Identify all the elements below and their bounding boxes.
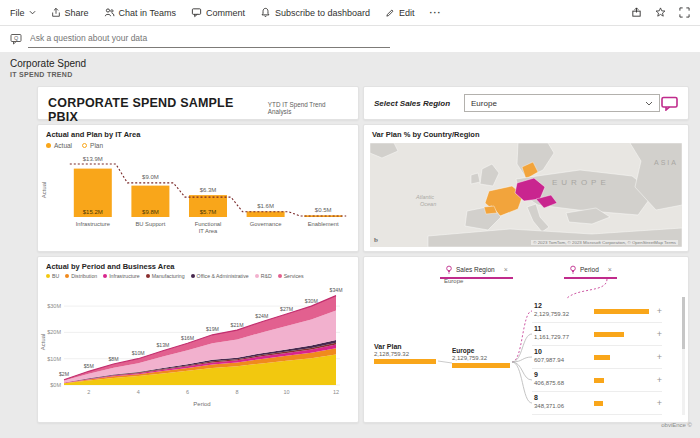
dashboard-canvas: Corporate Spend IT SPEND TREND CORPORATE…	[0, 52, 700, 438]
export-icon	[631, 7, 642, 18]
tile-sales-region-slicer: Select Sales Region Europe	[363, 86, 689, 120]
expand-node-button[interactable]: +	[657, 329, 662, 339]
decomp-root-node[interactable]: Var Plan 2,128,759.32	[374, 343, 438, 364]
expand-node-button[interactable]: +	[657, 306, 662, 316]
chat-in-teams-label: Chat in Teams	[119, 8, 176, 18]
svg-text:$21M: $21M	[231, 322, 244, 328]
map-label-ocean-1: Atlantic	[415, 194, 434, 200]
map-label-asia: ASIA	[654, 159, 678, 166]
decomp-node-period-11[interactable]: 111,161,729.77+	[532, 324, 662, 346]
report-title: CORPORATE SPEND SAMPLE PBIX	[48, 96, 261, 124]
legend-item[interactable]: R&D	[255, 273, 272, 279]
expand-node-button[interactable]: +	[657, 398, 662, 408]
decomp-node-period-12[interactable]: 122,129,759.32+	[532, 301, 662, 323]
svg-text:Period: Period	[193, 401, 210, 407]
svg-text:$6.3M: $6.3M	[200, 187, 217, 193]
expand-node-button[interactable]: +	[657, 352, 662, 362]
chart-title: Actual and Plan by IT Area	[46, 130, 140, 139]
svg-text:$24M: $24M	[255, 313, 268, 319]
decomp-filter-sales-region[interactable]: Sales Region ×	[440, 263, 513, 279]
chat-in-teams-button[interactable]: Chat in Teams	[104, 7, 176, 18]
more-options-button[interactable]: ···	[430, 8, 442, 18]
svg-text:$8M: $8M	[108, 356, 118, 362]
svg-text:6: 6	[186, 389, 189, 395]
legend-item[interactable]: Services	[278, 273, 304, 279]
expand-node-button[interactable]: +	[657, 375, 662, 385]
report-subtitle: YTD IT Spend Trend Analysis	[268, 101, 348, 115]
map-title: Var Plan % by Country/Region	[372, 130, 480, 139]
qna-input[interactable]	[28, 31, 390, 48]
toolbar-right-icons	[631, 7, 690, 18]
svg-text:$19M: $19M	[206, 326, 219, 332]
bing-logo: b	[374, 236, 378, 244]
y-axis-label: Actual	[41, 170, 47, 210]
svg-text:Infrastructure: Infrastructure	[76, 221, 110, 227]
root-label: Var Plan	[374, 343, 438, 350]
decomp-scrollbar[interactable]	[682, 297, 685, 415]
scrollbar-thumb[interactable]	[682, 297, 685, 349]
export-button[interactable]	[631, 7, 642, 18]
share-icon	[51, 7, 61, 18]
map-canvas[interactable]: EUROPE ASIA Atlantic Ocean b © 2023 TomT…	[370, 143, 682, 247]
file-menu[interactable]: File	[10, 8, 36, 18]
tile-var-plan-map: Var Plan % by Country/Region EUROPE	[363, 124, 689, 252]
decomp-node-period-9[interactable]: 9406,875.68+	[532, 370, 662, 392]
credit-text: obviEnce ©	[661, 422, 692, 428]
comment-button[interactable]: Comment	[191, 7, 245, 18]
teams-icon	[104, 7, 115, 18]
legend-item[interactable]: Distribution	[65, 273, 97, 279]
decomp-node-period-10[interactable]: 10607,987.94+	[532, 347, 662, 369]
share-button[interactable]: Share	[51, 7, 89, 18]
svg-text:Enablement: Enablement	[308, 221, 339, 227]
pencil-icon	[385, 8, 395, 18]
qna-icon: Q	[10, 33, 22, 45]
fullscreen-button[interactable]	[679, 7, 690, 18]
dashboard-title: Corporate Spend	[10, 58, 86, 69]
star-icon	[655, 7, 666, 18]
area-chart-legend: BUDistributionInfrastructureManufacturin…	[46, 273, 304, 279]
tile-report-header[interactable]: CORPORATE SPEND SAMPLE PBIX YTD IT Spend…	[37, 86, 359, 120]
edit-button[interactable]: Edit	[385, 8, 415, 18]
root-value: 2,128,759.32	[374, 351, 438, 357]
svg-text:$30M: $30M	[305, 298, 318, 304]
bell-icon	[260, 7, 271, 18]
comment-icon	[191, 7, 202, 18]
legend-item[interactable]: Plan	[82, 142, 103, 149]
svg-text:Q: Q	[14, 35, 19, 41]
area-chart[interactable]: $0M$10M$20M$30M$2M$5M$8M$10M$13M$16M$19M…	[42, 285, 354, 425]
legend-item[interactable]: Actual	[46, 142, 72, 149]
decomp-node-period-8[interactable]: 8348,371.06+	[532, 393, 662, 415]
subscribe-label: Subscribe to dashboard	[275, 8, 370, 18]
filter-label: Sales Region	[456, 266, 495, 273]
root-bar	[374, 359, 436, 364]
slicer-label: Select Sales Region	[374, 99, 450, 108]
tile-comment-button[interactable]	[661, 96, 678, 111]
file-menu-label: File	[10, 8, 25, 18]
svg-text:$30M: $30M	[47, 303, 61, 309]
svg-text:$0M: $0M	[50, 382, 61, 388]
dashboard-subtitle: IT SPEND TREND	[10, 71, 73, 78]
edit-label: Edit	[399, 8, 415, 18]
decomp-level1-node-europe[interactable]: Europe 2,129,759.32	[452, 347, 512, 368]
legend-item[interactable]: Office & Administrative	[191, 273, 249, 279]
svg-text:$10M: $10M	[132, 350, 145, 356]
svg-text:$10M: $10M	[47, 356, 61, 362]
sales-region-dropdown[interactable]: Europe	[464, 94, 660, 112]
bar-chart[interactable]: $13.9M$15.2MInfrastructure$9.0M$9.8MBU S…	[64, 157, 352, 249]
level1-value: 2,129,759.32	[452, 355, 512, 361]
map-attribution[interactable]: © 2023 TomTom, © 2023 Microsoft Corporat…	[531, 240, 678, 245]
legend-item[interactable]: Infrastructure	[103, 273, 140, 279]
legend-item[interactable]: BU	[46, 273, 59, 279]
subscribe-button[interactable]: Subscribe to dashboard	[260, 7, 370, 18]
legend-item[interactable]: Manufacturing	[146, 273, 185, 279]
app-toolbar: File Share Chat in Teams Comment Subscri…	[0, 0, 700, 26]
level1-label: Europe	[452, 347, 512, 354]
europe-map: EUROPE ASIA Atlantic Ocean	[370, 143, 682, 247]
filter-value: Europe	[444, 278, 463, 284]
tile-actual-by-period: Actual by Period and Business Area BUDis…	[37, 256, 359, 423]
tile-decomposition-tree: Sales Region × Europe Period × Var Plan …	[363, 256, 689, 423]
favorite-button[interactable]	[655, 7, 666, 18]
svg-text:Governance: Governance	[250, 221, 282, 227]
remove-filter-icon[interactable]: ×	[504, 266, 508, 273]
svg-text:$20M: $20M	[47, 329, 61, 335]
